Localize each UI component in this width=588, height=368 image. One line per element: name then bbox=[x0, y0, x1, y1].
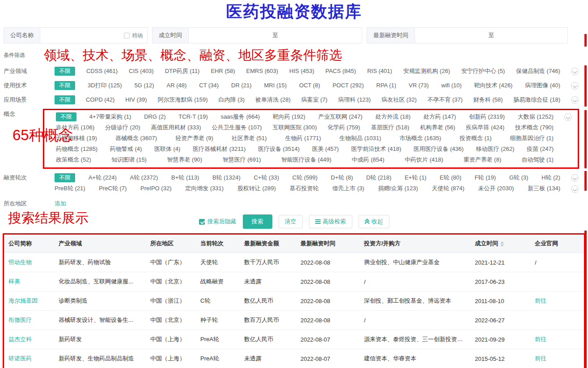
filter-option[interactable]: RPA (1) bbox=[376, 81, 397, 90]
filter-option[interactable]: PreIPO (32) bbox=[140, 184, 171, 193]
filter-option[interactable]: 靶向药 (192) bbox=[273, 112, 305, 121]
company-link[interactable]: 研诺医药 bbox=[8, 355, 32, 362]
filter-option[interactable]: 药物警戒 (4) bbox=[110, 145, 142, 154]
filter-option[interactable]: 细胞基因治疗 (1) bbox=[510, 134, 554, 143]
filter-option[interactable]: 处方外流 (18) bbox=[375, 112, 410, 121]
filter-option[interactable]: 高值医用耗材 (333) bbox=[151, 123, 201, 132]
filter-option[interactable]: PACS (845) bbox=[326, 67, 356, 76]
filter-option[interactable]: B+轮 (113) bbox=[171, 173, 199, 182]
chevron-down-icon[interactable] bbox=[571, 185, 579, 193]
filter-option[interactable]: 智能医疗设备 (449) bbox=[281, 155, 331, 164]
filter-option[interactable]: MRI (15) bbox=[264, 81, 287, 90]
company-link[interactable]: 衔微医疗 bbox=[8, 317, 32, 323]
website-link[interactable]: 前往 bbox=[535, 336, 546, 342]
filter-option[interactable]: 股权转让 (289) bbox=[237, 184, 276, 193]
filter-option[interactable]: B轮 (1324) bbox=[212, 173, 241, 182]
filter-option[interactable]: 医疗器械耗材 (3211) bbox=[193, 145, 245, 154]
filter-option[interactable]: 轻资产养老 (9) bbox=[175, 134, 213, 143]
filter-option[interactable]: saas服务 (664) bbox=[221, 112, 260, 121]
filter-option[interactable]: 政策概念 (52) bbox=[56, 155, 91, 164]
filter-option[interactable]: 未公开 (2030) bbox=[478, 184, 514, 193]
sort-icon[interactable] bbox=[500, 241, 504, 247]
filter-option[interactable]: 智慧医疗 (691) bbox=[223, 155, 261, 164]
filter-option[interactable]: 病友社区 (32) bbox=[381, 95, 417, 104]
filter-option[interactable]: DRG (2) bbox=[144, 112, 165, 121]
filter-option[interactable]: wifi (10) bbox=[441, 81, 462, 90]
filter-option[interactable]: 技术概念 (790) bbox=[515, 123, 554, 132]
filter-option[interactable]: 移动医疗 (262) bbox=[476, 145, 514, 154]
hide-after-search-toggle[interactable]: 搜索后隐藏 bbox=[199, 218, 237, 226]
filter-option[interactable]: OCT (8) bbox=[299, 81, 320, 90]
filter-option[interactable]: F轮 (19) bbox=[474, 173, 496, 182]
unlimited-button[interactable]: 不限 bbox=[55, 67, 75, 76]
filter-option[interactable]: 疾病早筛 (424) bbox=[466, 123, 504, 132]
filter-option[interactable]: COPD (42) bbox=[86, 95, 114, 104]
filter-option[interactable]: CIS (403) bbox=[129, 67, 154, 76]
filter-option[interactable]: E轮 (80) bbox=[440, 173, 461, 182]
filter-option[interactable]: 白内障 (3) bbox=[219, 95, 245, 104]
filter-option[interactable]: 医学前沿技术 (418) bbox=[351, 145, 401, 154]
chevron-down-icon[interactable] bbox=[571, 96, 579, 104]
filter-option[interactable]: CT (34) bbox=[199, 81, 219, 90]
filter-option[interactable]: 基层医疗 (518) bbox=[371, 123, 409, 132]
filter-option[interactable]: 生物药 (1771) bbox=[285, 134, 321, 143]
latest-financing-start-input[interactable] bbox=[419, 32, 484, 39]
filter-option[interactable]: 机构养老 (56) bbox=[420, 123, 455, 132]
filter-option[interactable]: 中药饮片 (418) bbox=[405, 155, 443, 164]
filter-option[interactable]: 知识图谱 (15) bbox=[111, 155, 147, 164]
chevron-down-icon[interactable] bbox=[564, 113, 572, 121]
filter-option[interactable]: 医用医疗设备 (436) bbox=[414, 145, 464, 154]
filter-option[interactable]: 自动驾驶 (1) bbox=[521, 155, 554, 164]
filter-option[interactable]: C+轮 (33) bbox=[254, 173, 279, 182]
filter-option[interactable]: PreB轮 (21) bbox=[55, 184, 85, 193]
filter-option[interactable]: HIV (39) bbox=[125, 95, 147, 104]
filter-option[interactable]: 器械概念 (3607) bbox=[115, 134, 157, 143]
company-link[interactable]: 海尔施基因 bbox=[8, 297, 38, 304]
filter-option[interactable]: 天使轮 (874) bbox=[432, 184, 465, 193]
established-end-input[interactable] bbox=[283, 32, 358, 39]
unlimited-button[interactable]: 不限 bbox=[55, 95, 75, 104]
filter-option[interactable]: 靶向技术 (426) bbox=[474, 81, 512, 90]
latest-financing-end-input[interactable] bbox=[499, 32, 564, 39]
filter-option[interactable]: 公共卫生服务 (107) bbox=[212, 123, 262, 132]
filter-option[interactable]: A轮 (2372) bbox=[130, 173, 158, 182]
chevron-down-icon[interactable] bbox=[571, 174, 579, 182]
filter-option[interactable]: G轮 (3) bbox=[509, 173, 529, 182]
column-header[interactable]: 成立时间 bbox=[470, 235, 530, 253]
clear-button[interactable]: 清空 bbox=[279, 215, 303, 228]
unlimited-button[interactable]: 不限 bbox=[56, 112, 76, 121]
filter-option[interactable]: POCT (292) bbox=[333, 81, 364, 90]
filter-option[interactable]: 财务科 (58) bbox=[474, 95, 503, 104]
filter-option[interactable]: DR (21) bbox=[231, 81, 252, 90]
filter-option[interactable]: 病理科 (123) bbox=[338, 95, 371, 104]
filter-option[interactable]: 社区养老 (51) bbox=[232, 134, 267, 143]
filter-option[interactable]: CDSS (461) bbox=[86, 67, 118, 76]
filter-option[interactable]: TCR-T (19) bbox=[178, 112, 207, 121]
filter-option[interactable]: RIS (401) bbox=[367, 67, 392, 76]
filter-option[interactable]: 医联体 (4) bbox=[154, 145, 181, 154]
company-link[interactable]: 益杰立科 bbox=[8, 336, 32, 342]
company-link[interactable]: 样美 bbox=[8, 278, 20, 285]
filter-option[interactable]: A+轮 (224) bbox=[89, 173, 117, 182]
filter-option[interactable]: 新三板 (134) bbox=[528, 184, 560, 193]
filter-option[interactable]: 3D打印 (125) bbox=[88, 81, 122, 90]
filter-option[interactable]: D+轮 (8) bbox=[331, 173, 353, 182]
filter-option[interactable]: 被单清洗 (28) bbox=[255, 95, 291, 104]
unlimited-button[interactable]: 不限 bbox=[55, 81, 75, 90]
filter-option[interactable]: PreC轮 (7) bbox=[99, 184, 127, 193]
advanced-search-button[interactable]: 高级检索 bbox=[309, 215, 352, 228]
chevron-down-icon[interactable] bbox=[571, 68, 579, 75]
filter-option[interactable]: 处方药 (147) bbox=[423, 112, 456, 121]
filter-option[interactable]: HIS (453) bbox=[289, 67, 314, 76]
collapse-button[interactable]: 收起 bbox=[359, 215, 389, 228]
filter-option[interactable]: 捐赠/众筹 (123) bbox=[378, 184, 418, 193]
hide-after-search-checkbox[interactable] bbox=[199, 219, 205, 225]
filter-option[interactable]: 产业互联网 (247) bbox=[318, 112, 363, 121]
filter-option[interactable]: DTP药房 (11) bbox=[165, 67, 200, 76]
filter-option[interactable]: 智慧养老 (90) bbox=[167, 155, 202, 164]
unlimited-button[interactable]: 不限 bbox=[55, 173, 75, 182]
filter-option[interactable]: 安规监测机构 (26) bbox=[403, 67, 450, 76]
filter-option[interactable]: C轮 (599) bbox=[292, 173, 317, 182]
filter-option[interactable]: 分级诊疗 (20) bbox=[105, 123, 140, 132]
chevron-down-icon[interactable] bbox=[571, 82, 579, 90]
